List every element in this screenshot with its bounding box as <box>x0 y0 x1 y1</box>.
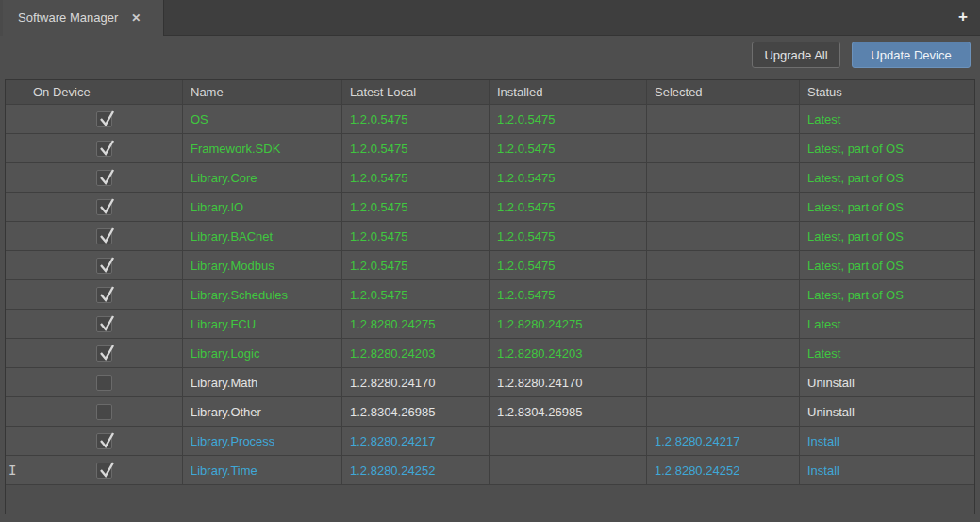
column-header-status[interactable]: Status <box>800 80 974 105</box>
table-row[interactable]: Library.Process 1.2.8280.24217 1.2.8280.… <box>6 427 974 456</box>
row-selector-cell[interactable] <box>6 163 25 193</box>
on-device-checkbox[interactable] <box>96 375 112 391</box>
add-tab-icon[interactable]: + <box>958 8 968 26</box>
on-device-checkbox[interactable] <box>96 316 112 332</box>
checkmark-icon <box>98 343 117 362</box>
latest-local-cell: 1.2.0.5475 <box>342 134 490 163</box>
installed-cell: 1.2.0.5475 <box>490 251 647 280</box>
row-selector-cell[interactable] <box>6 105 25 134</box>
checkmark-icon <box>98 313 117 332</box>
column-header-name[interactable]: Name <box>183 80 342 105</box>
on-device-cell <box>25 280 183 310</box>
on-device-cell <box>25 105 183 134</box>
status-cell: Latest, part of OS <box>800 193 974 222</box>
name-cell: Library.BACnet <box>183 222 342 251</box>
table-row[interactable]: OS 1.2.0.5475 1.2.0.5475 Latest <box>6 105 974 134</box>
table-row[interactable]: Library.Logic 1.2.8280.24203 1.2.8280.24… <box>6 339 974 368</box>
row-selector-cell[interactable] <box>6 339 25 368</box>
row-selector-cell[interactable] <box>6 310 25 339</box>
name-cell: Library.IO <box>183 193 342 222</box>
selected-cell: 1.2.8280.24217 <box>647 427 800 456</box>
status-cell: Latest <box>800 339 974 368</box>
table-header-row: On Device Name Latest Local Installed Se… <box>6 80 974 105</box>
installed-cell: 1.2.0.5475 <box>490 193 647 222</box>
on-device-checkbox[interactable] <box>96 111 112 127</box>
row-selector-cell[interactable] <box>6 427 25 456</box>
checkmark-icon <box>98 196 117 215</box>
row-selector-cell[interactable] <box>6 280 25 310</box>
selected-cell <box>647 222 800 251</box>
table-row[interactable]: Library.Math 1.2.8280.24170 1.2.8280.241… <box>6 368 974 397</box>
status-cell: Uninstall <box>800 368 974 397</box>
name-cell: Library.Process <box>183 427 342 456</box>
installed-cell <box>490 456 647 485</box>
table-row[interactable]: Library.FCU 1.2.8280.24275 1.2.8280.2427… <box>6 310 974 339</box>
row-selector-cell[interactable] <box>6 134 25 163</box>
on-device-checkbox[interactable] <box>96 404 112 420</box>
row-selector-cell[interactable] <box>6 368 25 397</box>
name-cell: Library.Time <box>183 456 342 485</box>
latest-local-cell: 1.2.0.5475 <box>342 193 490 222</box>
name-cell: Library.Other <box>183 397 342 427</box>
status-cell: Install <box>800 456 974 485</box>
table-row[interactable]: Library.Schedules 1.2.0.5475 1.2.0.5475 … <box>6 280 974 310</box>
name-cell: Library.Core <box>183 163 342 193</box>
latest-local-cell: 1.2.0.5475 <box>342 163 490 193</box>
status-cell: Latest, part of OS <box>800 251 974 280</box>
table-body: OS 1.2.0.5475 1.2.0.5475 Latest Framewor… <box>6 105 974 485</box>
column-header-selector[interactable] <box>6 80 25 105</box>
column-header-latest-local[interactable]: Latest Local <box>342 80 490 105</box>
tab-bar: Software Manager ✕ + <box>0 0 980 36</box>
row-selector-cell[interactable] <box>6 397 25 427</box>
status-cell: Install <box>800 427 974 456</box>
tab-software-manager[interactable]: Software Manager ✕ <box>3 0 164 37</box>
upgrade-all-button[interactable]: Upgrade All <box>752 42 840 68</box>
installed-cell <box>490 427 647 456</box>
tab-label: Software Manager <box>18 10 118 25</box>
on-device-checkbox[interactable] <box>96 463 112 479</box>
on-device-checkbox[interactable] <box>96 141 112 157</box>
table-row[interactable]: Library.Time 1.2.8280.24252 1.2.8280.242… <box>6 456 974 485</box>
latest-local-cell: 1.2.8280.24203 <box>342 339 490 368</box>
installed-cell: 1.2.8304.26985 <box>490 397 647 427</box>
column-header-on-device[interactable]: On Device <box>25 80 183 105</box>
on-device-checkbox[interactable] <box>96 199 112 215</box>
on-device-checkbox[interactable] <box>96 345 112 362</box>
on-device-checkbox[interactable] <box>96 287 112 303</box>
installed-cell: 1.2.0.5475 <box>490 280 647 310</box>
on-device-checkbox[interactable] <box>96 228 112 244</box>
table-row[interactable]: Library.Modbus 1.2.0.5475 1.2.0.5475 Lat… <box>6 251 974 280</box>
on-device-cell <box>25 310 183 339</box>
text-cursor: I <box>8 463 16 478</box>
software-table: On Device Name Latest Local Installed Se… <box>5 79 975 514</box>
latest-local-cell: 1.2.0.5475 <box>342 222 490 251</box>
status-cell: Latest, part of OS <box>800 222 974 251</box>
latest-local-cell: 1.2.8304.26985 <box>342 397 490 427</box>
update-device-button[interactable]: Update Device <box>852 42 971 68</box>
checkmark-icon <box>98 226 117 244</box>
column-header-selected[interactable]: Selected <box>647 80 800 105</box>
checkmark-icon <box>98 138 117 157</box>
row-selector-cell[interactable] <box>6 193 25 222</box>
name-cell: Framework.SDK <box>183 134 342 163</box>
tab-close-icon[interactable]: ✕ <box>131 11 141 25</box>
row-selector-cell[interactable] <box>6 251 25 280</box>
latest-local-cell: 1.2.0.5475 <box>342 280 490 310</box>
on-device-checkbox[interactable] <box>96 258 112 274</box>
table-row[interactable]: Library.Other 1.2.8304.26985 1.2.8304.26… <box>6 397 974 427</box>
table-row[interactable]: Framework.SDK 1.2.0.5475 1.2.0.5475 Late… <box>6 134 974 163</box>
column-header-installed[interactable]: Installed <box>490 80 647 105</box>
selected-cell <box>647 134 800 163</box>
on-device-cell <box>25 222 183 251</box>
selected-cell <box>647 193 800 222</box>
on-device-checkbox[interactable] <box>96 433 112 449</box>
name-cell: Library.FCU <box>183 310 342 339</box>
row-selector-cell[interactable] <box>6 222 25 251</box>
checkmark-icon <box>98 430 117 449</box>
on-device-checkbox[interactable] <box>96 170 112 186</box>
table-row[interactable]: Library.IO 1.2.0.5475 1.2.0.5475 Latest,… <box>6 193 974 222</box>
table-row[interactable]: Library.BACnet 1.2.0.5475 1.2.0.5475 Lat… <box>6 222 974 251</box>
latest-local-cell: 1.2.8280.24252 <box>342 456 490 485</box>
table-row[interactable]: Library.Core 1.2.0.5475 1.2.0.5475 Lates… <box>6 163 974 193</box>
on-device-cell <box>25 368 183 397</box>
